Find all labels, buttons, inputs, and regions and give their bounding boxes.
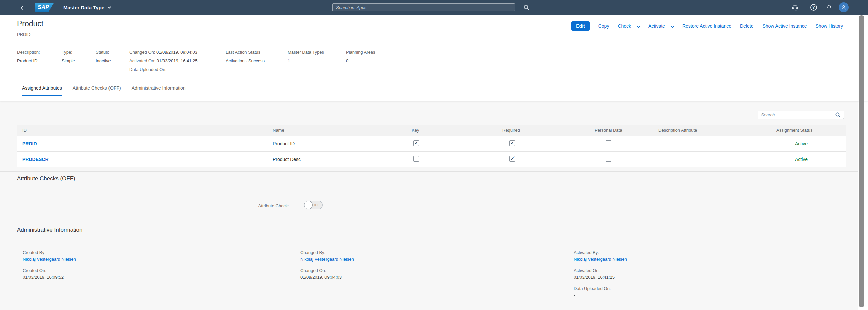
avatar[interactable] — [838, 0, 849, 15]
personal-data-checkbox[interactable] — [606, 156, 611, 162]
attribute-id-link[interactable]: PRDDESCR — [22, 157, 49, 162]
meta-description: Description: Product ID — [17, 48, 40, 65]
search-icon[interactable] — [835, 112, 841, 118]
shell-search-input[interactable] — [332, 3, 515, 11]
chevron-down-icon — [108, 5, 111, 9]
table-row[interactable]: PRDID Product ID Active — [17, 136, 846, 151]
meta-type: Type: Simple — [62, 48, 75, 65]
shell-bar: SAP Master Data Type ? — [0, 0, 868, 15]
assignment-status: Active — [795, 157, 808, 162]
attribute-checks-section-title: Attribute Checks (OFF) — [17, 175, 75, 182]
chevron-down-icon — [671, 25, 674, 28]
show-history-button[interactable]: Show History — [815, 23, 843, 29]
chevron-down-icon — [637, 25, 640, 28]
assignment-status: Active — [795, 141, 808, 146]
back-button[interactable] — [19, 4, 26, 11]
page-title: Product — [17, 19, 43, 28]
toggle-state-label: OFF — [312, 203, 320, 207]
delete-button[interactable]: Delete — [740, 23, 753, 29]
meta-dates: Changed On: 01/08/2019, 09:04:03 Activat… — [129, 48, 198, 74]
tab-assigned-attributes[interactable]: Assigned Attributes — [22, 85, 62, 96]
col-personal-data: Personal Data — [589, 125, 653, 136]
check-button[interactable]: Check — [618, 23, 631, 29]
sap-logo-text: SAP — [38, 4, 49, 10]
restore-active-instance-button[interactable]: Restore Active Instance — [682, 23, 732, 29]
page-content: ID Name Key Required Personal Data Descr… — [0, 101, 858, 310]
attribute-id-link[interactable]: PRDID — [22, 141, 37, 146]
header-actions: Edit Copy Check Activate Restore Active … — [571, 21, 843, 31]
col-description-attribute: Description Attribute — [653, 125, 771, 136]
toggle-knob — [304, 201, 313, 209]
app-title: Master Data Type — [63, 5, 104, 10]
object-page-header: Product PRDID Edit Copy Check Activate R… — [0, 15, 868, 101]
table-row[interactable]: PRDDESCR Product Desc Active — [17, 151, 846, 167]
notifications-bell-icon[interactable] — [825, 0, 833, 15]
attribute-check-toggle[interactable]: OFF — [304, 201, 323, 209]
anchor-tabs: Assigned Attributes Attribute Checks (OF… — [22, 85, 186, 96]
activate-button[interactable]: Activate — [648, 23, 665, 29]
attribute-check-label: Attribute Check: — [200, 203, 289, 208]
section-divider — [0, 171, 858, 172]
person-icon — [840, 4, 847, 11]
master-data-types-count-link[interactable]: 1 — [288, 58, 290, 63]
search-icon[interactable] — [522, 0, 531, 15]
admin-column-created: Created By: Nikolaj Vestergaard Nielsen … — [23, 249, 76, 285]
description-attribute-value — [653, 151, 771, 167]
attribute-name: Product Desc — [268, 151, 406, 167]
attributes-table: ID Name Key Required Personal Data Descr… — [17, 125, 846, 167]
key-checkbox[interactable] — [413, 156, 419, 162]
col-key: Key — [406, 125, 497, 136]
table-search-input[interactable] — [761, 112, 835, 117]
col-name: Name — [268, 125, 406, 136]
meta-status: Status: Inactive — [96, 48, 111, 65]
edit-button[interactable]: Edit — [571, 21, 589, 31]
section-divider — [0, 224, 858, 224]
key-checkbox[interactable] — [413, 140, 419, 146]
check-menu-button[interactable] — [637, 23, 640, 29]
tab-attribute-checks[interactable]: Attribute Checks (OFF) — [73, 85, 121, 96]
tab-administrative-information[interactable]: Administrative Information — [131, 85, 186, 96]
required-checkbox[interactable] — [509, 156, 515, 162]
app-title-menu[interactable]: Master Data Type — [63, 0, 111, 15]
help-icon[interactable]: ? — [809, 0, 818, 15]
vertical-scrollbar[interactable] — [859, 15, 864, 307]
copy-button[interactable]: Copy — [598, 23, 609, 29]
admin-column-changed: Changed By: Nikolaj Vestergaard Nielsen … — [301, 249, 354, 285]
col-required: Required — [497, 125, 589, 136]
table-header-row: ID Name Key Required Personal Data Descr… — [17, 125, 846, 136]
support-headset-icon[interactable] — [790, 0, 799, 15]
description-attribute-value — [653, 136, 771, 151]
activate-menu-button[interactable] — [671, 23, 674, 29]
activate-split-button: Activate — [648, 22, 674, 30]
table-search — [758, 111, 844, 119]
admin-column-activated: Activated By: Nikolaj Vestergaard Nielse… — [574, 249, 627, 303]
admin-info-section-title: Administrative Information — [17, 227, 83, 233]
meta-last-action-status: Last Action Status Activation - Success — [226, 48, 265, 65]
required-checkbox[interactable] — [509, 140, 515, 146]
created-by-link[interactable]: Nikolaj Vestergaard Nielsen — [23, 257, 76, 262]
personal-data-checkbox[interactable] — [606, 140, 611, 146]
meta-planning-areas: Planning Areas 0 — [346, 48, 375, 65]
col-assignment-status: Assignment Status — [771, 125, 846, 136]
changed-by-link[interactable]: Nikolaj Vestergaard Nielsen — [301, 257, 354, 262]
sap-logo[interactable]: SAP — [35, 3, 54, 12]
show-active-instance-button[interactable]: Show Active Instance — [762, 23, 807, 29]
page-subtitle: PRDID — [17, 32, 30, 37]
activated-by-link[interactable]: Nikolaj Vestergaard Nielsen — [574, 257, 627, 262]
chevron-left-icon — [21, 6, 25, 10]
col-id: ID — [17, 125, 268, 136]
meta-master-data-types: Master Data Types 1 — [288, 48, 324, 65]
attribute-name: Product ID — [268, 136, 406, 151]
check-split-button: Check — [618, 22, 640, 30]
